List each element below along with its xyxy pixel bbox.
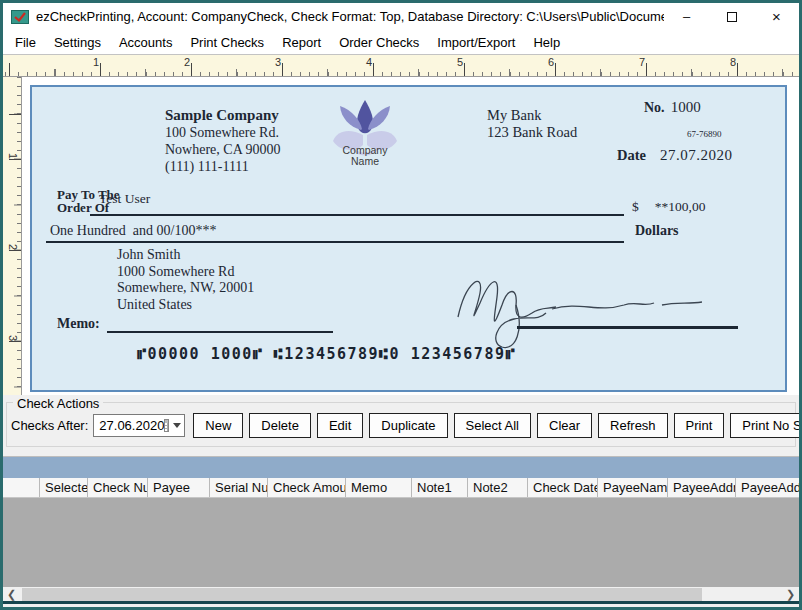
- ruler-number: 8: [720, 56, 736, 68]
- company-logo: Company Name: [332, 97, 398, 171]
- payee-address-line: 1000 Somewhere Rd: [117, 264, 254, 281]
- checks-after-date-picker[interactable]: 27.06.2020: [93, 414, 185, 437]
- grid-column-header[interactable]: Check Date: [528, 478, 598, 497]
- company-phone: (111) 111-1111: [165, 158, 281, 175]
- action-button[interactable]: Refresh: [598, 413, 668, 438]
- ruler-number: 2: [174, 56, 190, 68]
- action-button[interactable]: Print No Stubs: [730, 413, 802, 438]
- date-label: Date: [617, 147, 646, 164]
- payee-address-block: John Smith1000 Somewhere RdSomewhere, NW…: [117, 247, 254, 313]
- grid-column-header[interactable]: Note2: [468, 478, 528, 497]
- action-buttons: NewDeleteEditDuplicateSelect AllClearRef…: [193, 413, 802, 438]
- scroll-right-icon[interactable]: ❯: [782, 586, 799, 603]
- signature-underline: [517, 326, 738, 329]
- payee-underline: [90, 214, 624, 216]
- action-button[interactable]: Delete: [249, 413, 311, 438]
- payee-address-line: Somewhere, NW, 20001: [117, 280, 254, 297]
- app-window: ezCheckPrinting, Account: CompanyCheck, …: [0, 0, 802, 610]
- menu-item[interactable]: Report: [273, 32, 330, 53]
- ruler-number: 5: [447, 56, 463, 68]
- action-button[interactable]: Clear: [537, 413, 592, 438]
- window-title: ezCheckPrinting, Account: CompanyCheck, …: [36, 9, 664, 24]
- checks-after-label: Checks After:: [11, 418, 88, 433]
- amount-in-words: One Hundred and 00/100***: [50, 223, 216, 239]
- micr-line: ⑈00000 1000⑈ ⑆123456789⑆0 123456789⑈: [137, 345, 516, 363]
- close-icon[interactable]: ×: [754, 3, 799, 30]
- scrollbar-track[interactable]: [20, 586, 782, 603]
- amount-value: **100,00: [655, 199, 706, 215]
- grid-column-header[interactable]: PayeeAddre: [736, 478, 799, 497]
- checks-after-value: 27.06.2020: [99, 418, 164, 433]
- ruler-number: 3: [5, 331, 19, 345]
- check-actions-panel: Check Actions Checks After: 27.06.2020 N…: [3, 395, 799, 450]
- horizontal-ruler: 1 2 3 4 5 6 7 8: [3, 54, 799, 77]
- grid-column-header[interactable]: Serial Num: [210, 478, 268, 497]
- bank-block: My Bank 123 Bank Road: [487, 107, 577, 141]
- grid-column-header[interactable]: PayeeAddre: [668, 478, 736, 497]
- check-number-row: No. 1000: [644, 99, 701, 116]
- grid-column-header[interactable]: [3, 478, 40, 497]
- company-address1: 100 Somewhere Rd.: [165, 124, 281, 141]
- menu-item[interactable]: Import/Export: [428, 32, 524, 53]
- grid-body-empty[interactable]: [3, 498, 799, 587]
- calendar-icon[interactable]: [164, 419, 169, 432]
- action-button[interactable]: New: [193, 413, 243, 438]
- bank-address: 123 Bank Road: [487, 124, 577, 141]
- grid-column-header[interactable]: Check Nu: [88, 478, 148, 497]
- horizontal-scrollbar: ❮ ❯: [3, 587, 799, 604]
- window-controls: – ×: [664, 3, 799, 30]
- check-number-value: 1000: [671, 99, 701, 116]
- amount-row: $ **100,00: [632, 199, 705, 215]
- dollar-sign: $: [632, 199, 639, 215]
- action-button[interactable]: Select All: [454, 413, 531, 438]
- grid-column-header[interactable]: Check Amount: [268, 478, 346, 497]
- amount-words-underline: [46, 241, 624, 243]
- grid-column-header[interactable]: Selected: [40, 478, 88, 497]
- minimize-icon[interactable]: –: [664, 3, 709, 30]
- ruler-number: 7: [629, 56, 645, 68]
- ruler-number: 3: [265, 56, 281, 68]
- check-preview: Sample Company 100 Somewhere Rd. Nowhere…: [30, 85, 787, 392]
- checks-grid-section: SelectedCheck NuPayeeSerial NumCheck Amo…: [3, 450, 799, 607]
- menu-bar: FileSettingsAccountsPrint ChecksReportOr…: [3, 30, 799, 54]
- company-address-block: Sample Company 100 Somewhere Rd. Nowhere…: [165, 107, 281, 175]
- action-row: Checks After: 27.06.2020 NewDeleteEditDu…: [11, 413, 795, 438]
- menu-item[interactable]: Print Checks: [181, 32, 273, 53]
- grid-column-header[interactable]: Note1: [412, 478, 468, 497]
- ruler-number: 4: [356, 56, 372, 68]
- action-button[interactable]: Duplicate: [369, 413, 447, 438]
- menu-item[interactable]: File: [6, 32, 45, 53]
- ruler-number: 6: [538, 56, 554, 68]
- check-number-label: No.: [644, 100, 665, 116]
- chevron-down-icon[interactable]: [173, 423, 181, 428]
- grid-column-header[interactable]: Memo: [346, 478, 412, 497]
- maximize-icon[interactable]: [709, 3, 754, 30]
- action-button[interactable]: Edit: [317, 413, 363, 438]
- grid-top-band: [3, 456, 799, 478]
- bank-name: My Bank: [487, 107, 577, 124]
- action-button[interactable]: Print: [674, 413, 725, 438]
- grid-column-header[interactable]: Payee: [148, 478, 210, 497]
- company-name: Sample Company: [165, 107, 281, 124]
- scrollbar-thumb[interactable]: [22, 588, 702, 601]
- logo-text-line2: Name: [351, 155, 379, 167]
- dollars-label: Dollars: [635, 223, 679, 239]
- date-value: 27.07.2020: [660, 147, 733, 164]
- ruler-number: 1: [83, 56, 99, 68]
- menu-item[interactable]: Order Checks: [330, 32, 428, 53]
- payee-address-line: John Smith: [117, 247, 254, 264]
- memo-underline: [107, 331, 333, 333]
- vertical-ruler: 1 2 3: [3, 77, 22, 395]
- signature-image: [440, 259, 760, 351]
- menu-item[interactable]: Help: [524, 32, 569, 53]
- menu-item[interactable]: Accounts: [110, 32, 181, 53]
- company-address2: Nowhere, CA 90000: [165, 141, 281, 158]
- payee-name: Test User: [99, 191, 150, 207]
- title-bar: ezCheckPrinting, Account: CompanyCheck, …: [3, 3, 799, 30]
- group-label: Check Actions: [13, 396, 103, 411]
- bank-fraction: 67-76890: [687, 129, 722, 139]
- scroll-left-icon[interactable]: ❮: [3, 586, 20, 603]
- grid-column-header[interactable]: PayeeName: [598, 478, 668, 497]
- menu-item[interactable]: Settings: [45, 32, 110, 53]
- ruler-number: 2: [5, 240, 19, 254]
